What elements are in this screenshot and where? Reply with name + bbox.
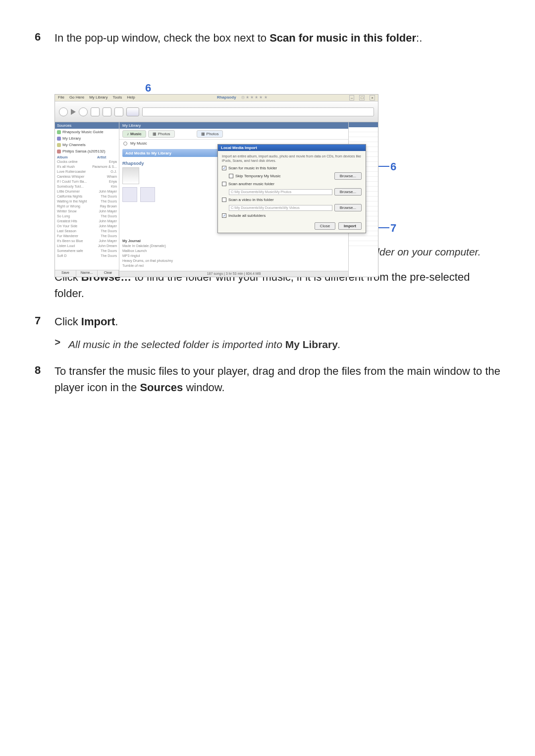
menu-help[interactable]: Help [127,95,135,101]
popup-title: Local Media Import [218,145,366,151]
add-media-label: Add Media to My Library [125,151,171,155]
opt3-label: Scan a video in this folder [228,198,274,202]
browse-button-2[interactable]: Browse... [334,188,362,196]
center-lower: My Journal Made In Oakdale (Dramatic) Ma… [119,237,348,271]
step8-bold: Sources [140,381,183,394]
lower-line-4: Heavy Drums, on that photos/my [122,259,345,264]
step-8-text: To transfer the music files to your play… [54,363,500,396]
step7-pre: Click [54,315,81,328]
opt1-label: Scan for music in this folder [228,166,277,170]
sources-clear-button[interactable]: Clear [98,270,119,277]
lower-line-2: Mailbox Launch [122,249,345,254]
opt-scan-this-folder[interactable]: Scan for music in this folder [222,166,362,170]
repeat-button[interactable] [103,107,111,116]
lower-line-5: Tumble of red [122,264,345,269]
sources-footer: Save Name... Clear [55,270,119,277]
step-number-7: 7 [35,313,54,329]
opt-include-subfolders[interactable]: Include all subfolders [222,213,362,218]
path-input-2[interactable]: C:\My Documents\My Music\My Photos [229,189,332,195]
play-button[interactable] [71,109,76,115]
step-number-8: 8 [35,363,54,378]
prev-button[interactable] [59,107,68,116]
sources-save-button[interactable]: Save [55,270,76,277]
checkbox-skip-temp[interactable] [229,174,233,178]
opt4-label: Include all subfolders [228,213,266,218]
pointer-6-label: 6 [390,160,396,173]
step8-post: window. [183,381,224,394]
sidebit-2 [140,187,155,202]
step-6-bold: Scan for music in this folder [269,32,416,44]
pointer-7: 7 [390,222,396,235]
sources-tracklist: AlbumArtist Clocks onlineEnya It's all H… [55,154,119,270]
rhapsody-screenshot: File Go Here My Library Tools Help Rhaps… [54,94,378,277]
sub7a-bold: My Library [285,339,338,350]
center-tabs: ♪Music ▦Photos ▦Photos [119,129,348,140]
step-6-post: :. [416,32,422,44]
browse-button-3[interactable]: Browse... [334,204,362,211]
equalizer-button[interactable] [126,107,139,116]
search-input[interactable] [142,107,374,116]
popup-description: Import an entire album, import audio, ph… [222,154,362,163]
menu-file[interactable]: File [58,95,64,101]
lower-line-1: Made In Oakdale (Dramatic) [122,244,345,249]
step-number-6: 6 [35,30,54,45]
step7-bold: Import [81,315,115,328]
center-status-bar: 187 songs | 3 hr 53 min | 604.4 MB [119,271,348,277]
close-button[interactable]: Close [315,222,335,230]
source-player[interactable]: Philips Sansa (s205132) [55,148,119,154]
window-min-icon[interactable]: – [349,95,354,101]
sources-header: Sources [55,122,119,129]
source-mychannels[interactable]: My Channels [55,142,119,148]
opt2-label: Scan another music folder [228,182,274,186]
tab-photos-right[interactable]: ▦Photos [197,130,223,138]
sidebit-1 [122,187,137,202]
artwork-thumb [122,167,139,184]
sources-name-button[interactable]: Name... [76,270,98,277]
menubar: File Go Here My Library Tools Help Rhaps… [55,95,378,101]
path-input-3[interactable]: C:\My Documents\My Documents\My Videos [229,205,332,211]
tab-photos[interactable]: ▦Photos [148,130,175,138]
sub-text-7a: All music in the selected folder is impo… [68,337,500,353]
checkbox-scan-video[interactable] [222,198,226,202]
menu-mylibrary[interactable]: My Library [89,95,107,101]
sub6a-post: folder on your computer. [366,246,481,257]
pointer-6: 6 [390,160,396,173]
source-guide[interactable]: Rhapsody Music Guide [55,129,119,135]
local-media-import-popup: Local Media Import Import an entire albu… [217,144,366,233]
sub7a-pre: All music in the selected folder is impo… [68,339,285,350]
opt1-sub-label: Skip Temporary My Music [235,174,280,178]
window-max-icon[interactable]: □ [359,95,365,101]
opt-scan-another-folder[interactable]: Scan another music folder [222,182,362,186]
browse-button-1[interactable]: Browse... [334,172,362,180]
menu-tools[interactable]: Tools [112,95,122,101]
step8-pre: To transfer the music files to your play… [54,365,500,394]
next-button[interactable] [79,107,88,116]
menu-gohere[interactable]: Go Here [69,95,84,101]
checkbox-scan-this-folder[interactable] [222,166,226,170]
pointer-7-label: 7 [390,222,396,234]
photos-icon: ▦ [153,132,157,136]
lower-line-3: MP3 ringtol [122,254,345,259]
opt-scan-video-folder[interactable]: Scan a video in this folder [222,198,362,202]
checkbox-scan-another[interactable] [222,182,226,186]
shuffle-button[interactable] [114,107,123,116]
tab-music[interactable]: ♪Music [122,130,146,138]
import-button[interactable]: Import [338,222,362,230]
step-6-pre: In the pop-up window, check the box next… [54,32,269,44]
window-close-icon[interactable]: × [370,95,375,101]
brand-label: Rhapsody [217,95,236,101]
subtab-mymusic[interactable]: My Music [130,141,147,146]
step-6-text: In the pop-up window, check the box next… [54,30,500,46]
checkbox-subfolders[interactable] [222,213,226,218]
step7-post: . [115,315,118,328]
stop-button[interactable] [91,107,100,116]
sources-pane: Sources Rhapsody Music Guide My Library … [55,122,119,277]
source-mylibrary[interactable]: My Library [55,135,119,142]
sub-mark-7a: > [54,337,68,348]
photos-icon-2: ▦ [201,132,205,136]
music-icon: ♪ [127,132,129,136]
center-header: My Library [119,122,348,129]
sub7a-post: . [338,339,341,350]
radio-icon[interactable] [123,142,127,146]
toolbar [55,101,378,122]
